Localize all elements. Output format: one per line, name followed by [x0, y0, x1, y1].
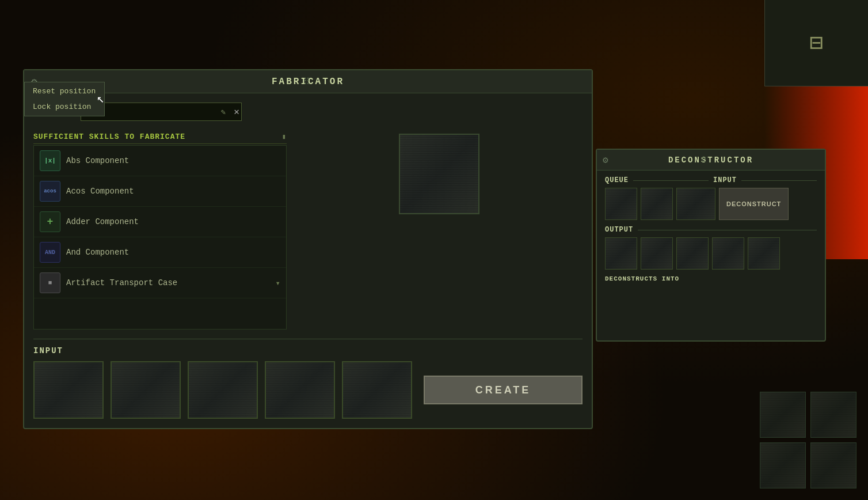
artifact-expand-icon[interactable]: ▾	[276, 278, 280, 288]
decon-divider-3	[638, 230, 817, 230]
deconstructor-body: QUEUE INPUT DECONSTRUCT OUTPUT DECONSTRU…	[597, 171, 825, 288]
decon-queue-input-labels: QUEUE INPUT	[605, 176, 817, 184]
deconstructor-title: DECONSTRUCTOR	[668, 156, 753, 165]
list-item[interactable]: AND And Component	[34, 237, 286, 268]
decon-output-label: OUTPUT	[605, 226, 633, 234]
br-slot-3[interactable]	[760, 442, 806, 488]
acos-component-icon: acos	[40, 181, 60, 202]
acos-component-name: Acos Component	[66, 187, 134, 196]
and-component-icon: AND	[40, 242, 60, 263]
input-slot-2[interactable]	[111, 361, 181, 419]
fabricator-input-section: INPUT CREATE	[33, 339, 583, 419]
adder-component-icon: +	[40, 211, 60, 232]
skills-header-text: SUFFICIENT SKILLS TO FABRICATE	[33, 132, 185, 141]
create-button[interactable]: CREATE	[424, 376, 583, 404]
fabrication-item-list[interactable]: |x| Abs Component acos Acos Component	[33, 145, 287, 329]
decon-divider-1	[633, 180, 709, 181]
fabricator-window: ⚙ ⠿ FABRICATOR FILTER ✎ ✕ SUFFICIENT SKI…	[23, 69, 593, 429]
filter-input-wrapper: ✎ ✕	[81, 103, 242, 121]
decon-divider-2	[741, 180, 817, 181]
filter-row: FILTER ✎ ✕	[33, 103, 583, 121]
decon-into-label: DECONSTRUCTS INTO	[605, 275, 817, 282]
input-slot-5[interactable]	[342, 361, 412, 419]
top-right-panel: ⊟	[764, 0, 868, 86]
list-item[interactable]: acos Acos Component	[34, 176, 286, 207]
deconstructor-window: ⚙ ⠿ DECONSTRUCTOR QUEUE INPUT DECONSTRUC…	[596, 149, 826, 342]
fabricator-main-content: SUFFICIENT SKILLS TO FABRICATE ▮ |x| Abs…	[33, 129, 583, 329]
decon-input-slot[interactable]	[676, 188, 715, 220]
adder-component-name: Adder Component	[66, 217, 139, 226]
artifact-component-name: Artifact Transport Case	[66, 278, 177, 287]
list-item[interactable]: |x| Abs Component	[34, 146, 286, 176]
decon-queue-label: QUEUE	[605, 176, 629, 184]
scroll-icon: ▮	[282, 132, 287, 141]
skills-section-header: SUFFICIENT SKILLS TO FABRICATE ▮	[33, 129, 287, 144]
list-item[interactable]: ■ Artifact Transport Case ▾	[34, 268, 286, 298]
top-right-icon: ⊟	[809, 29, 823, 57]
decon-output-slots	[605, 237, 817, 270]
input-slot-1[interactable]	[33, 361, 104, 419]
input-slots-row: CREATE	[33, 361, 583, 419]
input-slot-3[interactable]	[188, 361, 258, 419]
fabricator-titlebar: ⚙ ⠿ FABRICATOR	[24, 70, 592, 93]
decon-output-slot-4[interactable]	[712, 237, 744, 270]
input-slot-4[interactable]	[265, 361, 335, 419]
list-item[interactable]: + Adder Component	[34, 207, 286, 237]
decon-output-slot-1[interactable]	[605, 237, 637, 270]
decon-queue-slot-2[interactable]	[641, 188, 673, 220]
input-section-label: INPUT	[33, 346, 583, 355]
deconstruct-button[interactable]: DECONSTRUCT	[719, 188, 789, 220]
decon-output-slot-2[interactable]	[641, 237, 673, 270]
decon-queue-slot-1[interactable]	[605, 188, 637, 220]
deconstructor-titlebar: ⚙ ⠿ DECONSTRUCTOR	[597, 150, 825, 171]
fabricator-body: FILTER ✎ ✕ SUFFICIENT SKILLS TO FABRICAT…	[24, 93, 592, 428]
decon-output-slot-3[interactable]	[676, 237, 709, 270]
abs-component-icon: |x|	[40, 150, 60, 171]
decon-queue-input-slots: DECONSTRUCT	[605, 188, 817, 220]
br-slot-1[interactable]	[760, 392, 806, 438]
artifact-component-icon: ■	[40, 272, 60, 293]
decon-drag-handle[interactable]: ⠿	[701, 156, 709, 165]
fabricator-preview-box	[399, 134, 479, 214]
context-menu-reset[interactable]: Reset position	[25, 84, 104, 99]
fabricator-preview-panel	[296, 129, 583, 329]
decon-output-labels: OUTPUT	[605, 226, 817, 234]
br-slot-2[interactable]	[810, 392, 856, 438]
bottom-right-slots-panel	[748, 380, 868, 500]
fabricator-drag-handle[interactable]: ⠿	[303, 76, 313, 88]
decon-input-label: INPUT	[713, 176, 737, 184]
context-menu: Reset position Lock position	[24, 82, 105, 116]
decon-output-slot-5[interactable]	[748, 237, 780, 270]
context-menu-lock[interactable]: Lock position	[25, 99, 104, 115]
and-component-name: And Component	[66, 248, 129, 257]
filter-pencil-icon[interactable]: ✎	[221, 107, 226, 117]
abs-component-name: Abs Component	[66, 156, 129, 165]
deconstructor-gear-icon[interactable]: ⚙	[603, 154, 608, 166]
filter-input[interactable]	[81, 103, 242, 121]
br-slot-4[interactable]	[810, 442, 856, 488]
filter-clear-icon[interactable]: ✕	[234, 106, 239, 118]
fabricator-left-panel: SUFFICIENT SKILLS TO FABRICATE ▮ |x| Abs…	[33, 129, 287, 329]
